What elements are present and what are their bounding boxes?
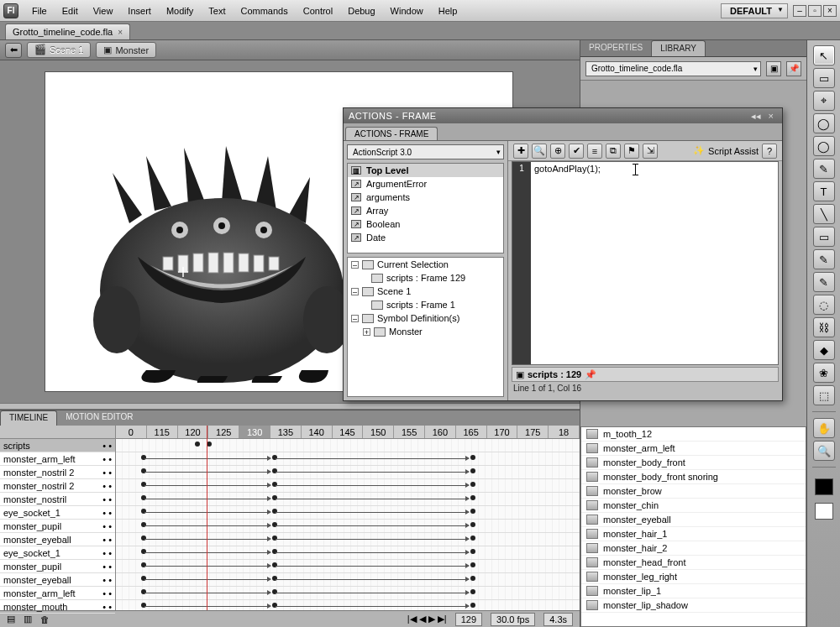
find-icon[interactable]: 🔍: [532, 144, 547, 159]
ruler-tick[interactable]: 120: [178, 426, 209, 438]
timeline-ruler[interactable]: 0115120125130135140145150155160165170175…: [116, 426, 580, 439]
actions-tab[interactable]: ACTIONS - FRAME: [345, 127, 438, 140]
timeline-track[interactable]: [116, 479, 580, 493]
tool-hand[interactable]: ✋: [813, 418, 835, 438]
timeline-track[interactable]: [116, 546, 580, 560]
new-library-panel-icon[interactable]: ▣: [766, 61, 781, 76]
library-item[interactable]: monster_chin: [581, 499, 806, 513]
library-item[interactable]: monster_hair_2: [581, 541, 806, 556]
layer-add-icon[interactable]: ▤: [7, 614, 15, 624]
timeline-track[interactable]: [116, 600, 580, 610]
menu-modify[interactable]: Modify: [160, 3, 200, 18]
ruler-tick[interactable]: 125: [208, 426, 239, 438]
tool-eraser[interactable]: ⬚: [813, 385, 835, 405]
stroke-color-swatch[interactable]: [815, 478, 833, 495]
pin-library-icon[interactable]: 📌: [786, 61, 801, 76]
timeline-layer[interactable]: monster_mouth• •: [0, 600, 115, 614]
timeline-track[interactable]: [116, 466, 580, 479]
tool-zoom[interactable]: 🔍: [813, 441, 835, 461]
tab-timeline[interactable]: TIMELINE: [0, 410, 57, 426]
help-icon[interactable]: ?: [762, 144, 777, 159]
fill-color-swatch[interactable]: [815, 503, 833, 520]
timeline-track[interactable]: [116, 439, 580, 452]
ruler-tick[interactable]: 160: [425, 426, 456, 438]
library-item[interactable]: monster_eyeball: [581, 513, 806, 527]
stage-horizontal-scrollbar[interactable]: [0, 403, 580, 410]
tab-library[interactable]: LIBRARY: [651, 40, 706, 56]
tool-pen[interactable]: ✎: [813, 159, 835, 179]
timeline-layer[interactable]: monster_arm_left• •: [0, 587, 115, 600]
timeline-layer[interactable]: monster_pupil• •: [0, 520, 115, 533]
timeline-frames-area[interactable]: 0115120125130135140145150155160165170175…: [116, 426, 580, 610]
tool-oval[interactable]: ◯: [813, 136, 835, 156]
add-script-item-icon[interactable]: ✚: [513, 144, 528, 159]
menu-view[interactable]: View: [87, 3, 120, 18]
library-item[interactable]: monster_body_front: [581, 456, 806, 470]
tab-properties[interactable]: PROPERTIES: [580, 40, 651, 56]
expand-icon[interactable]: –: [351, 288, 359, 295]
expand-icon[interactable]: +: [363, 328, 370, 336]
menu-insert[interactable]: Insert: [121, 3, 158, 18]
timeline-layer[interactable]: scripts• •: [0, 439, 115, 452]
pin-button-icon[interactable]: 📌: [585, 369, 596, 380]
library-item-list[interactable]: m_tooth_12monster_arm_leftmonster_body_f…: [580, 426, 806, 627]
library-item[interactable]: monster_lip_1: [581, 584, 806, 598]
tool-text[interactable]: T: [813, 181, 835, 201]
window-close-button[interactable]: ×: [823, 5, 837, 17]
actionscript-version-dropdown[interactable]: ActionScript 3.0: [347, 144, 504, 159]
timeline-track[interactable]: [116, 533, 580, 546]
library-file-dropdown[interactable]: Grotto_timeline_code.fla: [585, 61, 761, 76]
actions-close-icon[interactable]: ×: [765, 111, 777, 121]
timeline-layer[interactable]: monster_eyeball• •: [0, 573, 115, 587]
code-hint-icon[interactable]: ⧉: [606, 144, 621, 159]
symbol-chip[interactable]: ▣ Monster: [96, 42, 156, 58]
library-item[interactable]: monster_leg_right: [581, 570, 806, 584]
code-editor[interactable]: 1 gotoAndPlay(1);: [512, 161, 779, 365]
tool-eyedropper[interactable]: ❀: [813, 363, 835, 383]
library-item[interactable]: monster_body_front snoring: [581, 470, 806, 484]
timeline-track[interactable]: [116, 452, 580, 466]
menu-text[interactable]: Text: [202, 3, 232, 18]
collapse-icon[interactable]: ⇲: [643, 144, 658, 159]
ruler-tick[interactable]: 18: [549, 426, 580, 438]
timeline-layer[interactable]: eye_socket_1• •: [0, 506, 115, 520]
tool-bone[interactable]: ⛓: [813, 317, 835, 337]
timeline-track[interactable]: [116, 587, 580, 600]
tool-lasso[interactable]: ◯: [813, 113, 835, 133]
timeline-track[interactable]: [116, 573, 580, 587]
layer-folder-icon[interactable]: ▥: [24, 614, 32, 624]
timeline-playhead[interactable]: [207, 426, 207, 610]
debug-options-icon[interactable]: ⚑: [624, 144, 639, 159]
library-item[interactable]: monster_head_front: [581, 556, 806, 570]
library-item[interactable]: m_tooth_12: [581, 427, 806, 442]
script-pin-bar[interactable]: ▣ scripts : 129 📌: [512, 367, 779, 382]
ruler-tick[interactable]: 175: [517, 426, 549, 438]
document-tab-close-icon[interactable]: ×: [118, 28, 123, 37]
timeline-layer[interactable]: monster_pupil• •: [0, 560, 115, 573]
timeline-track[interactable]: [116, 560, 580, 573]
menu-help[interactable]: Help: [432, 3, 465, 18]
timeline-layer[interactable]: monster_nostril• •: [0, 493, 115, 506]
actions-script-navigator[interactable]: –Current Selection scripts : Frame 129 –…: [347, 257, 504, 397]
timeline-layer[interactable]: monster_arm_left• •: [0, 452, 115, 466]
ruler-tick[interactable]: 165: [456, 426, 487, 438]
menu-edit[interactable]: Edit: [55, 3, 85, 18]
menu-debug[interactable]: Debug: [341, 3, 381, 18]
timeline-layer[interactable]: monster_nostril 2• •: [0, 466, 115, 479]
ruler-tick[interactable]: 145: [333, 426, 364, 438]
expand-icon[interactable]: –: [351, 261, 359, 269]
layer-delete-icon[interactable]: 🗑: [40, 614, 50, 624]
ruler-tick[interactable]: 0: [116, 426, 147, 438]
back-button[interactable]: ⬅: [5, 43, 22, 58]
insert-target-icon[interactable]: ⊕: [550, 144, 565, 159]
menu-window[interactable]: Window: [384, 3, 430, 18]
timeline-track[interactable]: [116, 506, 580, 520]
ruler-tick[interactable]: 150: [363, 426, 394, 438]
actions-titlebar[interactable]: ACTIONS - FRAME ◂◂ ×: [344, 108, 782, 123]
tool-pencil[interactable]: ✎: [813, 249, 835, 269]
library-item[interactable]: monster_arm_left: [581, 442, 806, 456]
menu-commands[interactable]: Commands: [234, 3, 294, 18]
timeline-layer[interactable]: monster_nostril 2• •: [0, 479, 115, 493]
tool-line[interactable]: ╲: [813, 204, 835, 224]
menu-file[interactable]: File: [25, 3, 54, 18]
